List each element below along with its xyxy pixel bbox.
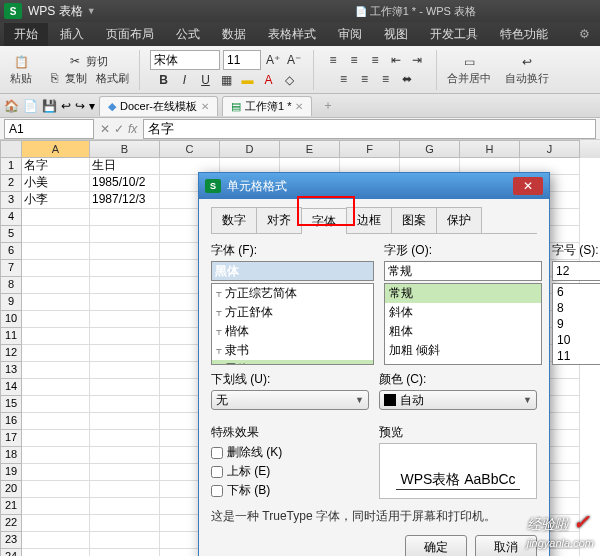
cell[interactable] <box>90 379 160 396</box>
menu-view[interactable]: 视图 <box>374 23 418 46</box>
strike-check[interactable]: 删除线 (K) <box>211 443 369 462</box>
tab-font[interactable]: 字体 <box>301 208 347 234</box>
merge-center-group[interactable]: ▭ 合并居中 <box>443 54 495 86</box>
fx-icon[interactable]: fx <box>128 122 137 136</box>
align-top-button[interactable]: ≡ <box>324 51 342 69</box>
row-header[interactable]: 11 <box>0 328 22 345</box>
cell[interactable] <box>22 328 90 345</box>
row-header[interactable]: 18 <box>0 447 22 464</box>
fill-color-button[interactable]: ▬ <box>239 71 257 89</box>
add-tab-button[interactable]: ＋ <box>316 97 340 114</box>
menu-features[interactable]: 特色功能 <box>490 23 558 46</box>
row-header[interactable]: 23 <box>0 532 22 549</box>
underline-select[interactable]: 无▼ <box>211 390 369 410</box>
tab-workbook[interactable]: ▤工作簿1 *✕ <box>222 96 312 116</box>
list-item[interactable]: 12 <box>553 364 600 365</box>
cell[interactable]: 名字 <box>22 158 90 175</box>
cell[interactable]: 小美 <box>22 175 90 192</box>
cell[interactable] <box>22 549 90 556</box>
list-item[interactable]: 10 <box>553 332 600 348</box>
row-header[interactable]: 5 <box>0 226 22 243</box>
row-header[interactable]: 20 <box>0 481 22 498</box>
row-header[interactable]: 16 <box>0 413 22 430</box>
font-name-select[interactable] <box>150 50 220 70</box>
enter-formula-icon[interactable]: ✓ <box>114 122 124 136</box>
row-header[interactable]: 12 <box>0 345 22 362</box>
settings-icon[interactable]: ⚙ <box>573 27 596 41</box>
font-listbox[interactable]: 方正综艺简体 方正舒体 楷体 隶书 黑体 Adobe 仿宋 Std R <box>211 283 374 365</box>
size-listbox[interactable]: 6 8 9 10 11 12 <box>552 283 600 365</box>
tab-docer[interactable]: ◆Docer-在线模板✕ <box>99 96 218 116</box>
size-input[interactable] <box>552 261 600 281</box>
tab-pattern[interactable]: 图案 <box>391 207 437 233</box>
dialog-close-button[interactable]: ✕ <box>513 177 543 195</box>
row-header[interactable]: 17 <box>0 430 22 447</box>
tab-border[interactable]: 边框 <box>346 207 392 233</box>
cell[interactable] <box>22 226 90 243</box>
cell[interactable] <box>90 481 160 498</box>
col-header-h[interactable]: H <box>460 140 520 158</box>
menu-page-layout[interactable]: 页面布局 <box>96 23 164 46</box>
ok-button[interactable]: 确定 <box>405 535 467 556</box>
underline-button[interactable]: U <box>197 71 215 89</box>
style-listbox[interactable]: 常规 斜体 粗体 加粗 倾斜 <box>384 283 542 365</box>
cell[interactable] <box>90 277 160 294</box>
color-select[interactable]: 自动▼ <box>379 390 537 410</box>
cell[interactable] <box>90 498 160 515</box>
cell[interactable] <box>22 413 90 430</box>
col-header-a[interactable]: A <box>22 140 90 158</box>
tab-align[interactable]: 对齐 <box>256 207 302 233</box>
cell[interactable] <box>90 328 160 345</box>
cell[interactable] <box>90 413 160 430</box>
super-check[interactable]: 上标 (E) <box>211 462 369 481</box>
dialog-titlebar[interactable]: S 单元格格式 ✕ <box>199 173 549 199</box>
cell[interactable] <box>90 464 160 481</box>
list-item[interactable]: 斜体 <box>385 303 541 322</box>
dropdown-icon[interactable]: ▼ <box>87 6 96 16</box>
align-left-button[interactable]: ≡ <box>335 70 353 88</box>
paste-group[interactable]: 📋 粘贴 <box>6 54 36 86</box>
row-header[interactable]: 8 <box>0 277 22 294</box>
row-header[interactable]: 24 <box>0 549 22 556</box>
merge-button[interactable]: ⬌ <box>398 70 416 88</box>
row-header[interactable]: 10 <box>0 311 22 328</box>
list-item[interactable]: 楷体 <box>212 322 373 341</box>
copy-button[interactable]: ⎘复制格式刷 <box>46 70 129 86</box>
menu-formula[interactable]: 公式 <box>166 23 210 46</box>
cell[interactable] <box>90 549 160 556</box>
list-item[interactable]: 粗体 <box>385 322 541 341</box>
row-header[interactable]: 21 <box>0 498 22 515</box>
tab-number[interactable]: 数字 <box>211 207 257 233</box>
list-item[interactable]: 加粗 倾斜 <box>385 341 541 360</box>
cell[interactable] <box>22 362 90 379</box>
cell[interactable] <box>22 498 90 515</box>
cell[interactable] <box>22 447 90 464</box>
cell[interactable]: 生日 <box>90 158 160 175</box>
cell[interactable] <box>22 430 90 447</box>
cell[interactable] <box>22 481 90 498</box>
close-icon[interactable]: ✕ <box>201 101 209 112</box>
menu-data[interactable]: 数据 <box>212 23 256 46</box>
cell[interactable] <box>90 447 160 464</box>
quick-save-icon[interactable]: 💾 <box>42 99 57 113</box>
style-input[interactable] <box>384 261 542 281</box>
menu-review[interactable]: 审阅 <box>328 23 372 46</box>
col-header-b[interactable]: B <box>90 140 160 158</box>
cell[interactable] <box>22 311 90 328</box>
quick-undo-icon[interactable]: ↩ <box>61 99 71 113</box>
close-icon[interactable]: ✕ <box>295 101 303 112</box>
menu-table-style[interactable]: 表格样式 <box>258 23 326 46</box>
formula-input[interactable] <box>143 119 596 139</box>
font-input[interactable] <box>211 261 374 281</box>
row-header[interactable]: 2 <box>0 175 22 192</box>
cell[interactable] <box>90 260 160 277</box>
align-right-button[interactable]: ≡ <box>377 70 395 88</box>
cell[interactable] <box>22 532 90 549</box>
menu-insert[interactable]: 插入 <box>50 23 94 46</box>
cell[interactable] <box>22 379 90 396</box>
cell[interactable]: 小李 <box>22 192 90 209</box>
cell[interactable] <box>22 464 90 481</box>
cell[interactable] <box>22 277 90 294</box>
list-item[interactable]: 黑体 <box>212 360 373 365</box>
row-header[interactable]: 19 <box>0 464 22 481</box>
